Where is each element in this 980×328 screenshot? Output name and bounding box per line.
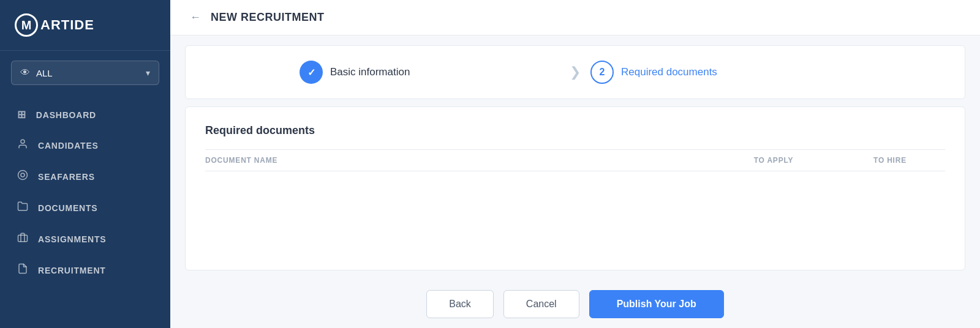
sidebar-item-label: DASHBOARD (36, 110, 96, 120)
step-1-check-icon: ✓ (307, 67, 315, 78)
step-2-label: Required documents (621, 66, 717, 78)
section-title: Required documents (205, 124, 945, 137)
column-to-hire: TO HIRE (835, 156, 945, 165)
sidebar-item-label: CANDIDATES (38, 141, 99, 151)
back-button[interactable]: Back (426, 290, 494, 318)
cancel-button[interactable]: Cancel (503, 290, 579, 318)
candidates-icon (17, 138, 28, 152)
back-icon[interactable]: ← (190, 11, 201, 24)
sidebar-item-label: SEAFARERS (38, 172, 95, 182)
svg-rect-3 (18, 235, 28, 242)
step-1: ✓ Basic information (300, 61, 560, 84)
logo-letter: M (21, 18, 32, 32)
publish-job-button[interactable]: Publish Your Job (589, 290, 724, 318)
step-1-label: Basic information (330, 66, 410, 78)
sidebar-item-label: ASSIGNMENTS (38, 234, 106, 244)
eye-icon: 👁 (20, 67, 30, 78)
page-title: NEW RECRUITMENT (211, 11, 325, 24)
dashboard-icon: ⊞ (17, 108, 26, 121)
sidebar-item-candidates[interactable]: CANDIDATES (0, 130, 170, 161)
stepper-section: ✓ Basic information ❯ 2 Required documen… (185, 45, 965, 99)
filter-label: ALL (36, 68, 146, 78)
step-arrow-icon: ❯ (570, 64, 581, 80)
seafarers-icon (17, 170, 28, 184)
assignments-icon (17, 232, 28, 246)
documents-icon (17, 201, 28, 215)
svg-point-1 (18, 171, 28, 180)
page-header: ← NEW RECRUITMENT (170, 0, 980, 35)
action-bar: Back Cancel Publish Your Job (185, 290, 965, 318)
step-2: 2 Required documents (590, 61, 851, 84)
recruitment-icon (17, 263, 28, 277)
table-header: DOCUMENT NAME TO APPLY TO HIRE (205, 149, 945, 171)
sidebar-item-recruitment[interactable]: RECRUITMENT (0, 255, 170, 286)
step-2-number: 2 (600, 67, 605, 78)
logo-area: M ARTIDE (0, 0, 170, 51)
step-2-circle: 2 (590, 61, 614, 84)
sidebar-item-label: DOCUMENTS (38, 203, 97, 213)
filter-dropdown[interactable]: 👁 ALL ▾ (11, 61, 159, 85)
step-1-circle: ✓ (300, 61, 323, 84)
progress-stepper: ✓ Basic information ❯ 2 Required documen… (300, 61, 851, 84)
main-content: ← NEW RECRUITMENT ✓ Basic information ❯ … (170, 0, 980, 328)
sidebar-item-documents[interactable]: DOCUMENTS (0, 192, 170, 223)
sidebar: M ARTIDE 👁 ALL ▾ ⊞ DASHBOARD CANDIDATES … (0, 0, 170, 328)
column-to-apply: TO APPLY (712, 156, 835, 165)
sidebar-item-dashboard[interactable]: ⊞ DASHBOARD (0, 100, 170, 130)
logo-text: ARTIDE (40, 17, 94, 33)
column-doc-name: DOCUMENT NAME (205, 156, 712, 165)
svg-point-2 (21, 173, 24, 177)
sidebar-item-seafarers[interactable]: SEAFARERS (0, 161, 170, 192)
chevron-down-icon: ▾ (146, 68, 150, 78)
required-documents-section: Required documents DOCUMENT NAME TO APPL… (185, 106, 965, 270)
sidebar-item-label: RECRUITMENT (38, 266, 106, 275)
sidebar-item-assignments[interactable]: ASSIGNMENTS (0, 223, 170, 255)
nav-menu: ⊞ DASHBOARD CANDIDATES SEAFARERS DOCUMEN… (0, 95, 170, 291)
svg-point-0 (21, 140, 24, 143)
logo-circle: M (15, 13, 38, 37)
